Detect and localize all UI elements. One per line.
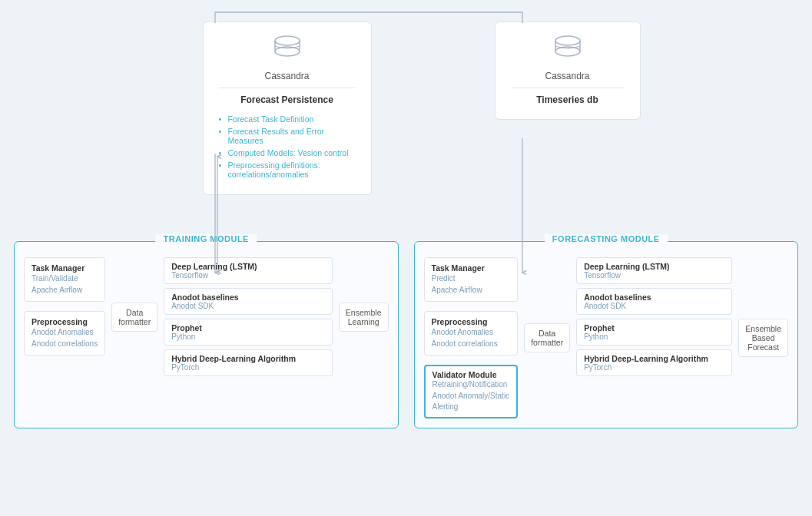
forecasting-task-manager-sub: Predict Apache Airflow — [432, 273, 511, 296]
forecasting-ensemble: Ensemble Based Forecast — [738, 319, 788, 357]
forecasting-algo-2: Prophet Python — [576, 319, 732, 346]
forecasting-left: Task Manager Predict Apache Airflow Prep… — [424, 257, 519, 418]
training-module-inner: Task Manager Train/Validate Apache Airfl… — [24, 257, 389, 376]
training-algorithms: Deep Learning (LSTM) Tensorflow Anodot b… — [164, 257, 333, 376]
svg-point-4 — [555, 36, 580, 45]
modules-row: TRAINING MODULE Task Manager Train/Valid… — [0, 241, 812, 428]
forecasting-preprocessing-title: Preprocessing — [432, 317, 511, 326]
forecasting-algo-1: Anodot baselines Anodot SDK — [576, 288, 732, 315]
svg-point-0 — [275, 36, 300, 45]
cassandra-timeseries-box: Cassandra Timeseries db — [495, 22, 641, 120]
training-task-manager-sub: Train/Validate Apache Airflow — [31, 273, 98, 296]
training-algo-1: Anodot baselines Anodot SDK — [164, 288, 333, 315]
cassandra-persistence-box: Cassandra Forecast Persistence Forecast … — [203, 22, 372, 195]
list-item-4: Preprocessing definitions: correlations/… — [219, 159, 356, 180]
forecasting-algorithms: Deep Learning (LSTM) Tensorflow Anodot b… — [576, 257, 732, 376]
cassandra-timeseries-db-label: Cassandra — [511, 71, 625, 81]
forecasting-preprocessing: Preprocessing Anodot Anomalies Anodot co… — [424, 311, 519, 356]
forecasting-formatter: Data formatter — [524, 323, 570, 352]
training-algo-2: Prophet Python — [164, 319, 333, 346]
cassandra-persistence-title: Forecast Persistence — [219, 88, 356, 105]
validator-title: Validator Module — [433, 370, 510, 379]
cassandra-timeseries-icon — [511, 35, 625, 66]
training-preprocessing: Preprocessing Anodot Anomalies Anodot co… — [24, 311, 105, 356]
forecasting-task-manager-title: Task Manager — [432, 263, 511, 273]
forecasting-algo-3: Hybrid Deep-Learning Algorithm PyTorch — [576, 349, 732, 376]
forecasting-module-inner: Task Manager Predict Apache Airflow Prep… — [424, 257, 789, 418]
training-task-manager: Task Manager Train/Validate Apache Airfl… — [24, 257, 105, 302]
training-formatter: Data formatter — [111, 303, 157, 332]
forecasting-preprocessing-sub: Anodot Anomalies Anodot correlations — [432, 326, 511, 349]
training-algo-3: Hybrid Deep-Learning Algorithm PyTorch — [164, 349, 333, 376]
training-module-title: TRAINING MODULE — [156, 234, 257, 243]
list-item-3: Computed Models: Vesion control — [219, 147, 356, 159]
training-task-manager-title: Task Manager — [31, 263, 98, 273]
forecasting-task-manager: Task Manager Predict Apache Airflow — [424, 257, 519, 302]
training-preprocessing-sub: Anodot Anomalies Anodot correlations — [31, 326, 98, 349]
forecasting-algo-0: Deep Learning (LSTM) Tensorflow — [576, 257, 732, 284]
list-item-1: Forecast Task Definition — [219, 113, 356, 125]
forecasting-module-title: FORECASTING MODULE — [545, 234, 668, 243]
top-boxes: Cassandra Forecast Persistence Forecast … — [0, 0, 812, 195]
training-left: Task Manager Train/Validate Apache Airfl… — [24, 257, 105, 356]
training-algo-0: Deep Learning (LSTM) Tensorflow — [164, 257, 333, 284]
training-preprocessing-title: Preprocessing — [31, 317, 98, 326]
diagram: Cassandra Forecast Persistence Forecast … — [0, 0, 812, 516]
cassandra-persistence-list: Forecast Task Definition Forecast Result… — [219, 113, 356, 180]
validator-module: Validator Module Retraining/Notification… — [424, 365, 519, 418]
cassandra-persistence-db-label: Cassandra — [219, 71, 356, 81]
list-item-2: Forecast Results and Error Measures — [219, 125, 356, 147]
forecasting-module: FORECASTING MODULE Task Manager Predict … — [414, 241, 799, 428]
training-ensemble: Ensemble Learning — [339, 303, 389, 332]
cassandra-persistence-icon — [219, 35, 356, 66]
training-module: TRAINING MODULE Task Manager Train/Valid… — [14, 241, 399, 428]
validator-sub: Retraining/Notification Anodot Anomaly/S… — [433, 379, 510, 413]
cassandra-timeseries-title: Timeseries db — [511, 88, 625, 105]
